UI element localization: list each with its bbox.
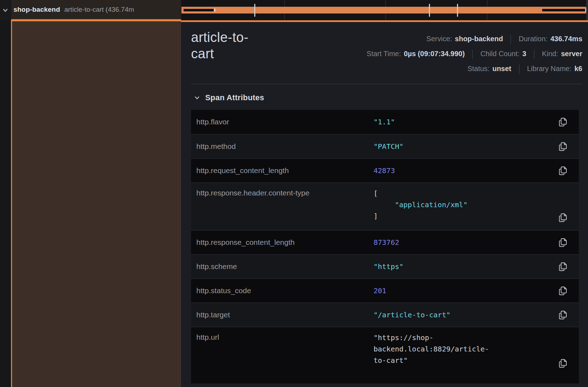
copy-icon xyxy=(558,262,568,272)
attribute-key: http.url xyxy=(196,332,374,342)
attribute-key: http.response.header.content-type xyxy=(196,188,374,197)
attribute-row: http.scheme "https" xyxy=(191,254,579,278)
span-name-cell[interactable]: shop-backend article-to-cart (436.74m xyxy=(11,0,181,20)
attribute-key: http.flavor xyxy=(196,118,374,126)
copy-value-button[interactable] xyxy=(557,285,568,296)
attribute-value: "https" xyxy=(374,261,557,272)
span-duration-bar[interactable] xyxy=(181,7,587,14)
attribute-value: "PATCH" xyxy=(374,141,557,152)
copy-value-button[interactable] xyxy=(557,237,568,248)
url-line: backend.local:8829/article- xyxy=(374,343,557,355)
attribute-row: http.response.header.content-type [ "app… xyxy=(191,182,579,230)
trace-viewer: shop-backend article-to-cart (436.74m xyxy=(0,0,588,387)
span-title: article-to-cart xyxy=(191,29,262,76)
child-span-bar xyxy=(542,9,585,11)
section-title: Span Attributes xyxy=(205,93,264,102)
metadata-line: Start Time:0µs (09:07:34.990) Child Coun… xyxy=(262,46,582,61)
chevron-down-icon[interactable] xyxy=(195,96,200,100)
copy-value-button[interactable] xyxy=(557,165,568,176)
copy-value-button[interactable] xyxy=(557,309,568,321)
span-attributes-table: http.flavor "1.1" http.method "PATCH" xyxy=(191,110,579,383)
meta-label: Service: xyxy=(426,35,452,43)
meta-label: Library Name: xyxy=(527,65,572,72)
meta-separator xyxy=(534,50,534,59)
copy-icon xyxy=(558,141,568,152)
array-bracket-close: ] xyxy=(374,210,557,222)
copy-icon xyxy=(558,286,568,296)
copy-icon xyxy=(558,117,568,127)
copy-value-button[interactable] xyxy=(557,212,568,223)
scrollbar-track[interactable] xyxy=(586,0,588,20)
copy-value-button[interactable] xyxy=(557,141,568,152)
attribute-value: "https://shop- backend.local:8829/articl… xyxy=(374,332,557,366)
url-line: "https://shop- xyxy=(374,332,557,343)
copy-icon xyxy=(558,166,568,176)
attribute-row: http.target "/article-to-cart" xyxy=(191,302,579,327)
section-divider xyxy=(191,84,582,84)
attribute-value: "/article-to-cart" xyxy=(374,309,557,321)
meta-value: unset xyxy=(492,65,511,72)
chevron-down-icon[interactable] xyxy=(2,8,8,12)
meta-value: 436.74ms xyxy=(550,35,582,43)
attribute-value: 42873 xyxy=(374,165,557,176)
url-line: to-cart" xyxy=(374,355,557,366)
meta-label: Duration: xyxy=(519,35,548,43)
span-metadata: Service:shop-backend Duration:436.74ms S… xyxy=(262,29,582,76)
copy-value-button[interactable] xyxy=(557,358,568,369)
attribute-value: "1.1" xyxy=(374,116,557,128)
copy-icon xyxy=(558,358,568,369)
meta-separator xyxy=(472,50,473,59)
attribute-key: http.method xyxy=(196,142,374,151)
attribute-row: http.request_content_length 42873 xyxy=(191,158,579,182)
meta-separator xyxy=(511,35,511,44)
attribute-value: 873762 xyxy=(374,237,557,248)
span-list-row[interactable]: shop-backend article-to-cart (436.74m xyxy=(0,0,588,20)
meta-value: shop-backend xyxy=(455,35,503,43)
attribute-row: http.method "PATCH" xyxy=(191,134,579,158)
copy-icon xyxy=(558,237,568,248)
span-detail-panel: article-to-cart Service:shop-backend Dur… xyxy=(181,20,588,387)
timeline-tick xyxy=(457,4,458,17)
span-attributes-section-toggle[interactable]: Span Attributes xyxy=(191,92,582,103)
attribute-key: http.request_content_length xyxy=(196,166,374,175)
copy-icon xyxy=(558,310,568,320)
meta-value: k6 xyxy=(575,65,582,72)
span-operation-label: article-to-cart (436.74m xyxy=(64,6,134,14)
timeline-tick xyxy=(254,4,255,17)
attribute-key: http.status_code xyxy=(196,286,374,295)
attribute-key: http.response_content_length xyxy=(196,238,374,247)
copy-value-button[interactable] xyxy=(557,261,568,272)
attribute-row: http.status_code 201 xyxy=(191,278,579,302)
attribute-key: http.target xyxy=(196,311,374,319)
meta-label: Child Count: xyxy=(480,50,519,58)
meta-label: Kind: xyxy=(542,50,558,58)
metadata-line: Status:unset Library Name:k6 xyxy=(262,61,582,76)
meta-value: 0µs (09:07:34.990) xyxy=(404,50,465,58)
selected-span-highlight-area[interactable] xyxy=(11,20,181,387)
meta-value: server xyxy=(561,50,582,58)
attribute-value: [ "application/xml" ] xyxy=(374,188,557,222)
meta-label: Start Time: xyxy=(367,50,401,58)
span-detail-header: article-to-cart Service:shop-backend Dur… xyxy=(191,22,582,76)
span-collapse-gutter[interactable] xyxy=(0,0,11,20)
attribute-value: 201 xyxy=(374,285,557,296)
metadata-line: Service:shop-backend Duration:436.74ms xyxy=(262,31,582,46)
left-gutter xyxy=(0,20,11,387)
attribute-row: http.response_content_length 873762 xyxy=(191,230,579,254)
child-span-end-marker xyxy=(214,9,216,12)
timeline-tick xyxy=(429,4,430,17)
timeline-column xyxy=(181,0,588,20)
attribute-row: http.flavor "1.1" xyxy=(191,110,579,134)
meta-separator xyxy=(519,65,519,74)
array-bracket-open: [ xyxy=(374,188,557,199)
attribute-key: http.scheme xyxy=(196,262,374,271)
attribute-row: http.url "https://shop- backend.local:88… xyxy=(191,327,579,383)
service-name: shop-backend xyxy=(13,6,60,14)
meta-value: 3 xyxy=(522,50,526,58)
array-item: "application/xml" xyxy=(374,199,557,210)
child-span-bar xyxy=(184,9,214,11)
meta-label: Status: xyxy=(467,65,489,72)
copy-value-button[interactable] xyxy=(557,116,568,128)
copy-icon xyxy=(558,213,568,223)
